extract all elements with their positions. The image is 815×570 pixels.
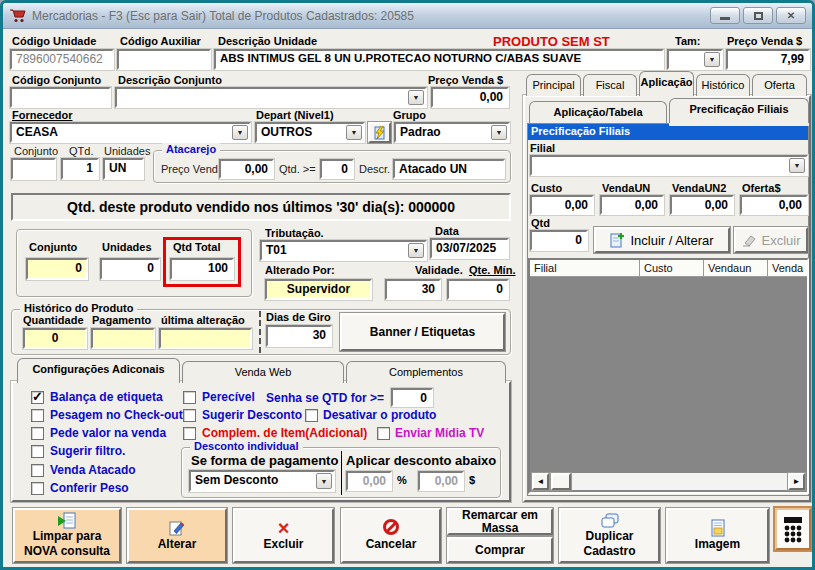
chevron-down-icon[interactable]: ▼: [316, 473, 332, 489]
validade-label: Validade.: [415, 264, 463, 276]
preco-venda-field[interactable]: 7,99: [726, 49, 810, 70]
checkbox-perecivel[interactable]: [183, 391, 196, 404]
excluir-button[interactable]: × Excluir: [233, 508, 334, 563]
vendaun-field[interactable]: 0,00: [600, 195, 664, 215]
senha-qtd-field[interactable]: 0: [391, 388, 433, 407]
depart-quick-edit-button[interactable]: [368, 122, 391, 143]
checkbox-sugerir-desconto[interactable]: [183, 409, 196, 422]
grid-header-venda[interactable]: Venda: [768, 260, 807, 277]
chevron-down-icon[interactable]: ▼: [789, 158, 805, 173]
preco-venda-conjunto-field[interactable]: 0,00: [431, 87, 509, 108]
depart-select[interactable]: OUTROS ▼: [255, 122, 365, 143]
atacarejo-qtd-field[interactable]: 0: [320, 159, 354, 179]
duplicar-cadastro-button[interactable]: Duplicar Cadastro: [559, 508, 660, 563]
checkbox-conferir-peso-label: Conferir Peso: [50, 481, 129, 495]
conjunto-field[interactable]: [11, 158, 56, 180]
chevron-down-icon[interactable]: ▼: [704, 52, 720, 67]
fornecedor-select[interactable]: CEASA ▼: [10, 122, 251, 143]
checkbox-enviar-midia-tv[interactable]: [377, 427, 390, 440]
desconto-percent-field: 0,00: [346, 471, 392, 491]
tab-venda-web[interactable]: Venda Web: [182, 361, 344, 383]
calculadora-button[interactable]: [775, 508, 811, 550]
checkbox-desativar-produto[interactable]: [305, 409, 318, 422]
checkbox-sugerir-filtro[interactable]: [31, 445, 44, 458]
grid-header-custo[interactable]: Custo: [640, 260, 704, 277]
tab-fiscal[interactable]: Fiscal: [583, 74, 637, 96]
descricao-unidade-label: Descrição Unidade: [218, 35, 317, 47]
filial-select[interactable]: ▼: [530, 155, 808, 176]
scroll-thumb[interactable]: [551, 473, 571, 490]
checkbox-perecivel-label: Perecível: [202, 390, 255, 404]
descricao-conjunto-select[interactable]: ▼: [115, 87, 427, 108]
dias-de-giro-field[interactable]: 30: [266, 325, 332, 347]
descricao-unidade-field[interactable]: ABS INTIMUS GEL 8 UN U.PROTECAO NOTURNO …: [214, 49, 664, 70]
data-field[interactable]: 03/07/2025: [430, 238, 509, 259]
codigo-unidade-field[interactable]: 7896007540662: [10, 49, 114, 70]
atacarejo-preco-field[interactable]: 0,00: [219, 159, 274, 179]
tab-historico[interactable]: Histórico: [696, 74, 750, 96]
panel-excluir-button[interactable]: Excluir: [734, 227, 808, 253]
checkbox-complem-item[interactable]: [183, 427, 196, 440]
tam-select[interactable]: ▼: [667, 49, 723, 70]
qte-min-field[interactable]: 0: [447, 279, 509, 300]
chevron-down-icon[interactable]: ▼: [491, 125, 507, 140]
checkbox-sugerir-desconto-label: Sugerir Desconto: [202, 408, 302, 422]
checkbox-pede-valor-label: Pede valor na venda: [50, 426, 166, 440]
tributacao-select[interactable]: T01 ▼: [260, 240, 427, 261]
limpar-nova-consulta-button[interactable]: Limpar para NOVA consulta: [13, 508, 121, 563]
custo-field[interactable]: 0,00: [530, 195, 594, 215]
checkbox-conferir-peso[interactable]: [31, 482, 44, 495]
incluir-alterar-button[interactable]: Incluir / Alterar: [594, 227, 730, 253]
forma-pagamento-select[interactable]: Sem Desconto ▼: [189, 470, 335, 492]
atacarejo-title: Atacarejo: [162, 143, 220, 155]
maximize-button[interactable]: [743, 7, 773, 24]
minimize-button[interactable]: [710, 7, 740, 24]
alterar-button[interactable]: Alterar: [127, 508, 227, 563]
scroll-left-arrow-icon[interactable]: ◄: [532, 473, 549, 490]
chevron-down-icon[interactable]: ▼: [232, 125, 248, 140]
close-button[interactable]: ✕: [776, 7, 806, 24]
unidades-field[interactable]: UN: [103, 158, 144, 180]
checkbox-pesagem-checkout[interactable]: [31, 409, 44, 422]
scroll-right-arrow-icon[interactable]: ►: [788, 473, 805, 490]
chevron-down-icon[interactable]: ▼: [408, 243, 424, 258]
chevron-down-icon[interactable]: ▼: [346, 125, 362, 140]
chevron-down-icon[interactable]: ▼: [408, 90, 424, 105]
tab-configuracoes-adicionais[interactable]: Configurações Adiconais: [17, 358, 180, 383]
tab-complementos[interactable]: Complementos: [346, 361, 506, 383]
panel-qtd-field[interactable]: 0: [530, 230, 588, 251]
checkbox-pede-valor[interactable]: [31, 427, 44, 440]
vendidos-banner: Qtd. deste produto vendido nos últimos '…: [11, 193, 511, 221]
comprar-button[interactable]: Comprar: [447, 537, 553, 563]
estoque-unidades-field[interactable]: 0: [100, 258, 160, 280]
estoque-conjunto-field[interactable]: 0: [26, 258, 88, 280]
quantidade-label: Quantidade: [23, 314, 84, 326]
codigo-auxiliar-field[interactable]: [117, 49, 211, 70]
vendaun2-field[interactable]: 0,00: [670, 195, 734, 215]
tab-aplicacao[interactable]: Aplicação: [639, 71, 694, 96]
atacarejo-descr-field[interactable]: Atacado UN: [393, 159, 505, 179]
remarcar-em-massa-button[interactable]: Remarcar em Massa: [447, 508, 553, 535]
banner-etiquetas-button[interactable]: Banner / Etiquetas: [340, 313, 505, 351]
historico-divider: [259, 311, 261, 353]
grid-hscrollbar[interactable]: ◄ ►: [532, 473, 805, 490]
grid-header-vendaun[interactable]: Vendaun: [704, 260, 768, 277]
checkbox-balanca-etiqueta[interactable]: [31, 391, 44, 404]
tab-oferta[interactable]: Oferta: [752, 74, 807, 96]
oferta-field[interactable]: 0,00: [740, 195, 808, 215]
copy-icon: [600, 513, 620, 529]
imagem-button[interactable]: Imagem: [666, 508, 769, 563]
subtab-aplicacao-tabela[interactable]: Aplicação/Tabela: [529, 101, 667, 123]
codigo-conjunto-field[interactable]: [10, 87, 111, 108]
grid-header-filial[interactable]: Filial: [530, 260, 640, 277]
qtd-field[interactable]: 1: [61, 158, 99, 180]
cancelar-button[interactable]: Cancelar: [341, 508, 441, 563]
grupo-select[interactable]: Padrao ▼: [394, 122, 510, 143]
add-document-icon: [610, 232, 625, 248]
tab-principal[interactable]: Principal: [526, 74, 581, 96]
subtab-precificacao-filiais[interactable]: Precificação Filiais: [669, 98, 809, 123]
lightning-icon: [374, 126, 386, 140]
checkbox-venda-atacado[interactable]: [31, 464, 44, 477]
validade-field[interactable]: 30: [385, 279, 441, 300]
filial-label: Filial: [530, 142, 555, 154]
